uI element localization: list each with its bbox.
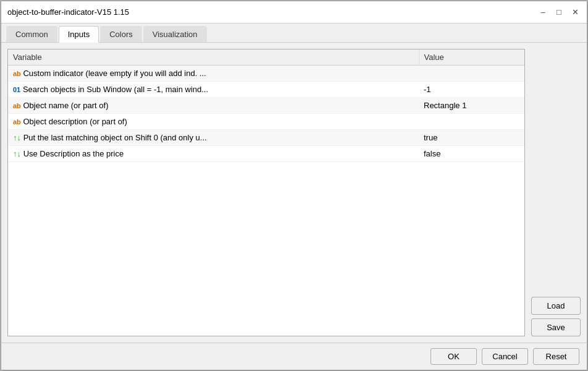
type-icon: 01 <box>13 86 20 93</box>
tab-common[interactable]: Common <box>6 26 57 42</box>
close-button[interactable]: ✕ <box>569 7 581 18</box>
reset-button[interactable]: Reset <box>533 348 579 365</box>
type-icon: ↑↓ <box>13 149 21 158</box>
table-row[interactable]: 01 Search objects in Sub Window (all = -… <box>8 82 524 98</box>
load-button[interactable]: Load <box>531 297 581 315</box>
save-button[interactable]: Save <box>531 318 581 336</box>
table-row[interactable]: ab Object name (or part of)Rectangle 1 <box>8 98 524 114</box>
minimize-button[interactable]: – <box>537 7 548 18</box>
variable-value: true <box>419 130 524 146</box>
table-row[interactable]: ↑↓ Use Description as the pricefalse <box>8 146 524 162</box>
window-title: object-to-buffer-indicator-V15 1.15 <box>7 7 129 17</box>
type-icon: ↑↓ <box>13 133 21 142</box>
footer: OK Cancel Reset <box>1 343 587 370</box>
variable-value <box>419 66 524 82</box>
tab-inputs[interactable]: Inputs <box>59 26 99 43</box>
variable-name: Use Description as the price <box>23 149 124 158</box>
maximize-button[interactable]: □ <box>553 7 565 18</box>
tab-colors[interactable]: Colors <box>100 26 142 42</box>
tab-bar: Common Inputs Colors Visualization <box>1 23 587 43</box>
tab-visualization[interactable]: Visualization <box>143 26 207 42</box>
title-bar: object-to-buffer-indicator-V15 1.15 – □ … <box>1 1 587 23</box>
variable-name: Object description (or part of) <box>23 117 127 126</box>
side-buttons: Load Save <box>531 49 581 336</box>
type-icon: ab <box>13 118 21 126</box>
variable-name: Object name (or part of) <box>23 101 108 110</box>
type-icon: ab <box>13 102 21 109</box>
variables-table-container: Variable Value ab Custom indicator (leav… <box>7 49 525 336</box>
column-value: Value <box>419 49 524 66</box>
ok-button[interactable]: OK <box>430 348 477 365</box>
table-row[interactable]: ab Object description (or part of) <box>8 114 524 130</box>
variable-value: false <box>419 146 524 162</box>
cancel-button[interactable]: Cancel <box>482 348 528 365</box>
variable-name: Put the last matching object on Shift 0 … <box>23 133 207 142</box>
variable-value <box>419 114 524 130</box>
table-row[interactable]: ab Custom indicator (leave empty if you … <box>8 66 524 82</box>
table-row[interactable]: ↑↓ Put the last matching object on Shift… <box>8 130 524 146</box>
variables-table: Variable Value ab Custom indicator (leav… <box>8 49 524 162</box>
column-variable: Variable <box>8 49 419 66</box>
variable-value: Rectangle 1 <box>419 98 524 114</box>
variable-value: -1 <box>419 82 524 98</box>
variable-name: Custom indicator (leave empty if you wil… <box>23 69 206 78</box>
variable-name: Search objects in Sub Window (all = -1, … <box>23 85 208 94</box>
window-controls: – □ ✕ <box>537 7 581 18</box>
content-area: Variable Value ab Custom indicator (leav… <box>1 43 587 343</box>
main-window: object-to-buffer-indicator-V15 1.15 – □ … <box>1 1 587 370</box>
type-icon: ab <box>13 70 21 77</box>
